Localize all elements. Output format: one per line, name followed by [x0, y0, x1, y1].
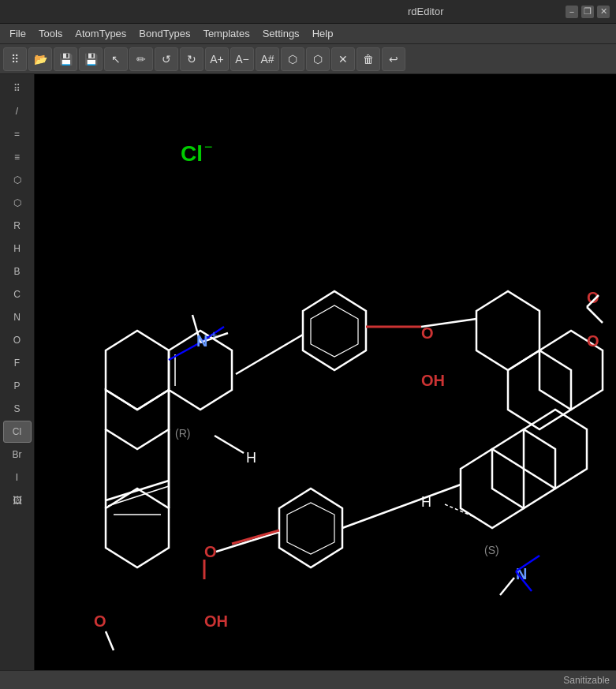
svg-text:N: N — [196, 332, 207, 350]
svg-text:H: H — [246, 450, 256, 466]
save-button[interactable]: 💾 — [54, 47, 77, 71]
open-button[interactable]: 📂 — [28, 47, 52, 71]
sidebar-image[interactable]: 🖼 — [3, 489, 32, 511]
menu-item-settings[interactable]: Settings — [256, 26, 306, 41]
svg-text:+: + — [211, 328, 217, 341]
sidebar-atom-r[interactable]: R — [3, 215, 32, 237]
menu-item-templates[interactable]: Templates — [196, 26, 256, 41]
svg-text:O: O — [587, 332, 599, 350]
delete-atom-button[interactable]: ✕ — [331, 47, 355, 71]
sidebar-atom-i[interactable]: I — [3, 466, 32, 489]
status-text: Sanitizable — [563, 675, 610, 686]
sidebar-triple-bond[interactable]: ≡ — [3, 146, 32, 168]
minimize-button[interactable]: − — [566, 6, 578, 18]
main-area: ⠿/=≡⬡⬡RHBCNOFPSClBrI🖼 Cl − — [0, 74, 616, 670]
titlebar-controls: − ❐ ✕ — [566, 6, 610, 18]
molecule-canvas: Cl − — [35, 74, 616, 670]
draw-button[interactable]: ✏ — [129, 47, 153, 71]
sidebar-atom-b[interactable]: B — [3, 260, 32, 283]
menu-item-bondtypes[interactable]: BondTypes — [133, 26, 196, 41]
left-sidebar: ⠿/=≡⬡⬡RHBCNOFPSClBrI🖼 — [0, 74, 35, 670]
svg-text:(R): (R) — [175, 427, 190, 440]
atom-inc-button[interactable]: A+ — [205, 47, 229, 71]
sidebar-atom-br[interactable]: Br — [3, 444, 32, 466]
restore-button[interactable]: ❐ — [581, 6, 594, 18]
rotate-cw-button[interactable]: ↻ — [180, 47, 203, 71]
template2-button[interactable]: ⬡ — [306, 47, 330, 71]
statusbar: Sanitizable — [0, 670, 616, 689]
save-as-button[interactable]: 💾 — [79, 47, 103, 71]
toolbar: ⠿📂💾💾↖✏↺↻A+A−A#⬡⬡✕🗑↩ — [0, 44, 616, 74]
titlebar: rdEditor − ❐ ✕ — [0, 0, 616, 24]
sidebar-atom-f[interactable]: F — [3, 352, 32, 374]
sidebar-atom-cl[interactable]: Cl — [3, 421, 32, 443]
menubar: FileToolsAtomTypesBondTypesTemplatesSett… — [0, 24, 616, 44]
svg-rect-0 — [35, 74, 616, 670]
select-button[interactable]: ↖ — [104, 47, 128, 71]
sidebar-atom-s[interactable]: S — [3, 398, 32, 420]
sidebar-atom-o[interactable]: O — [3, 329, 32, 351]
atom-special-button[interactable]: A# — [256, 47, 279, 71]
sidebar-single-bond[interactable]: / — [3, 100, 32, 122]
svg-text:O: O — [421, 324, 434, 342]
svg-text:Cl: Cl — [181, 141, 203, 166]
svg-text:−: − — [204, 139, 213, 155]
rotate-ccw-button[interactable]: ↺ — [155, 47, 178, 71]
menu-item-file[interactable]: File — [3, 26, 32, 41]
atom-dec-button[interactable]: A− — [230, 47, 254, 71]
menu-item-help[interactable]: Help — [306, 26, 340, 41]
sidebar-atom-p[interactable]: P — [3, 375, 32, 397]
sidebar-dots[interactable]: ⠿ — [3, 77, 32, 99]
app-title: rdEditor — [286, 6, 566, 17]
svg-text:O: O — [204, 543, 217, 560]
canvas-area[interactable]: Cl − — [35, 74, 616, 670]
sidebar-atom-c[interactable]: C — [3, 283, 32, 305]
sidebar-atom-n[interactable]: N — [3, 306, 32, 328]
menu-item-atomtypes[interactable]: AtomTypes — [69, 26, 133, 41]
svg-text:(S): (S) — [484, 544, 499, 556]
template1-button[interactable]: ⬡ — [281, 47, 304, 71]
sidebar-ring-open[interactable]: ⬡ — [3, 192, 32, 214]
svg-text:OH: OH — [421, 372, 445, 389]
menu-item-tools[interactable]: Tools — [32, 26, 69, 41]
svg-text:O: O — [94, 612, 106, 630]
svg-text:OH: OH — [204, 612, 228, 630]
sidebar-double-bond[interactable]: = — [3, 123, 32, 145]
sidebar-ring6[interactable]: ⬡ — [3, 169, 32, 191]
close-button[interactable]: ✕ — [597, 6, 610, 18]
dots-grid-button[interactable]: ⠿ — [3, 47, 27, 71]
undo-button[interactable]: ↩ — [382, 47, 405, 71]
sidebar-atom-h[interactable]: H — [3, 238, 32, 260]
clear-button[interactable]: 🗑 — [357, 47, 380, 71]
